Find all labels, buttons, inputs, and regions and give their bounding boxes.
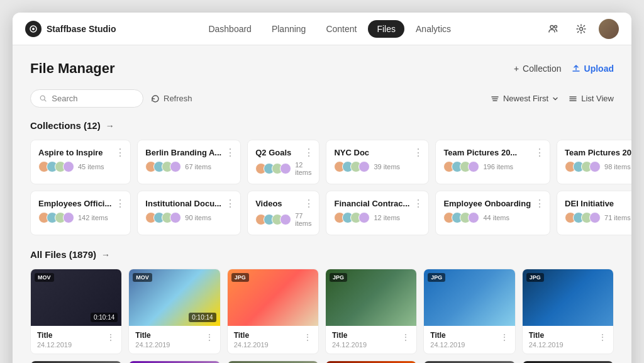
avatar-stack	[334, 212, 370, 223]
collections-title: Collections (12)	[30, 120, 101, 131]
navbar: Staffbase Studio Dashboard Planning Cont…	[13, 13, 631, 45]
sort-button[interactable]: Newest First	[491, 94, 558, 103]
nav-files[interactable]: Files	[368, 20, 404, 38]
avatar-mini	[280, 214, 291, 225]
collection-count: 12 items	[374, 214, 400, 221]
file-card[interactable]: MOV 0:10:14 Title 24.12.2019 ⋮	[30, 269, 122, 354]
refresh-button[interactable]: Refresh	[151, 94, 192, 103]
collection-card[interactable]: Videos 77 items ⋮	[247, 191, 319, 235]
collection-name: DEI Initiative	[565, 199, 631, 208]
nav-links: Dashboard Planning Content Files Analyti…	[199, 20, 460, 38]
file-date: 24.12.2019	[529, 341, 564, 349]
search-box[interactable]	[30, 89, 143, 108]
collection-card[interactable]: NYC Doc 39 items ⋮	[326, 140, 429, 184]
collection-menu-button[interactable]: ⋮	[115, 147, 125, 159]
collection-menu-button[interactable]: ⋮	[304, 198, 314, 209]
collection-name: Berlin Branding A...	[145, 148, 233, 157]
nav-dashboard[interactable]: Dashboard	[199, 20, 260, 38]
upload-button[interactable]: Upload	[572, 64, 614, 74]
file-card[interactable]: JPG Title 24.12.2019 ⋮	[325, 360, 417, 363]
file-format-badge: JPG	[330, 273, 347, 282]
file-thumbnail: JPG	[523, 269, 613, 326]
file-card[interactable]: JPG Title 24.12.2019 ⋮	[227, 360, 319, 363]
collection-menu-button[interactable]: ⋮	[413, 147, 423, 159]
collection-meta: 98 items	[565, 161, 631, 172]
file-info: Title 24.12.2019 ⋮	[424, 326, 514, 354]
settings-icon[interactable]	[571, 19, 591, 39]
new-collection-button[interactable]: + Collection	[514, 64, 562, 74]
file-menu-button[interactable]: ⋮	[401, 332, 410, 342]
nav-content[interactable]: Content	[317, 20, 365, 38]
files-arrow[interactable]: →	[101, 250, 110, 260]
user-avatar[interactable]	[599, 19, 619, 39]
avatar-mini	[358, 161, 370, 172]
collection-meta: 142 items	[38, 212, 123, 223]
collection-card[interactable]: Team Pictures 20... 196 items ⋮	[435, 140, 550, 184]
collection-card[interactable]: Institutional Docu... 90 items ⋮	[137, 191, 241, 235]
collection-menu-button[interactable]: ⋮	[225, 147, 235, 159]
file-date: 24.12.2019	[37, 341, 72, 349]
nav-planning[interactable]: Planning	[263, 20, 315, 38]
collection-menu-button[interactable]: ⋮	[304, 147, 314, 159]
file-card[interactable]: MOV 0:10:14 Title 24.12.2019 ⋮	[128, 269, 220, 354]
collection-card[interactable]: Employees Offici... 142 items ⋮	[30, 191, 131, 235]
file-menu-button[interactable]: ⋮	[303, 332, 312, 342]
file-menu-button[interactable]: ⋮	[106, 332, 115, 342]
file-card[interactable]: JPG Title 24.12.2019 ⋮	[423, 360, 515, 363]
collection-menu-button[interactable]: ⋮	[535, 198, 545, 209]
sort-chevron-icon	[552, 96, 558, 102]
collection-meta: 44 items	[443, 212, 542, 223]
file-card[interactable]: JPG Title 24.12.2019 ⋮	[325, 269, 417, 354]
view-toggle-button[interactable]: List View	[569, 94, 614, 103]
svg-point-1	[32, 28, 35, 30]
logo[interactable]: Staffbase Studio	[25, 21, 116, 37]
collection-menu-button[interactable]: ⋮	[115, 198, 125, 209]
avatar-mini	[358, 212, 370, 223]
avatar-mini	[468, 161, 479, 172]
avatar-stack	[334, 161, 370, 172]
people-icon[interactable]	[543, 19, 564, 39]
list-view-icon	[569, 94, 577, 103]
file-menu-button[interactable]: ⋮	[598, 332, 607, 342]
avatar-mini	[170, 161, 181, 172]
collections-section-header: Collections (12) →	[30, 120, 614, 131]
collection-card[interactable]: Aspire to Inspire 45 items ⋮	[30, 140, 131, 184]
collection-card[interactable]: Team Pictures 20... 98 items ⋮	[557, 140, 631, 184]
collection-card[interactable]: Financial Contrac... 12 items ⋮	[326, 191, 429, 235]
collection-count: 142 items	[78, 214, 108, 221]
file-date: 24.12.2019	[332, 341, 367, 349]
collection-card[interactable]: Berlin Branding A... 67 items ⋮	[137, 140, 241, 184]
file-card[interactable]: MOV 0:10:14 Title 24.12.2019 ⋮	[128, 360, 220, 363]
file-menu-button[interactable]: ⋮	[500, 332, 509, 342]
collections-arrow[interactable]: →	[106, 121, 114, 131]
file-title: Title	[135, 331, 170, 340]
collection-menu-button[interactable]: ⋮	[535, 147, 545, 159]
collection-card[interactable]: Employee Onboarding 44 items ⋮	[435, 191, 550, 235]
search-input[interactable]	[52, 94, 134, 103]
nav-analytics[interactable]: Analytics	[407, 20, 460, 38]
refresh-icon	[151, 94, 160, 103]
file-date: 24.12.2019	[234, 341, 269, 349]
sort-icon	[491, 94, 499, 103]
avatar-stack	[255, 163, 291, 174]
collection-card[interactable]: DEI Initiative 71 items ⋮	[557, 191, 631, 235]
collection-menu-button[interactable]: ⋮	[413, 198, 423, 209]
file-card[interactable]: JPG Title 24.12.2019 ⋮	[522, 360, 614, 363]
file-date: 24.12.2019	[135, 341, 170, 349]
collection-count: 77 items	[295, 212, 311, 227]
file-duration: 0:10:14	[189, 313, 216, 322]
file-details: Title 24.12.2019	[37, 331, 72, 349]
file-card[interactable]: JPG Title 24.12.2019 ⋮	[423, 269, 515, 354]
svg-point-2	[550, 25, 553, 28]
collection-count: 196 items	[483, 163, 513, 170]
collection-card[interactable]: Q2 Goals 12 items ⋮	[247, 140, 319, 184]
file-card[interactable]: MOV 0:10:14 Title 24.12.2019 ⋮	[30, 360, 122, 363]
search-icon	[40, 94, 47, 103]
file-card[interactable]: JPG Title 24.12.2019 ⋮	[227, 269, 319, 354]
file-thumbnail: MOV 0:10:14	[129, 269, 219, 326]
collection-menu-button[interactable]: ⋮	[225, 198, 235, 209]
file-menu-button[interactable]: ⋮	[205, 332, 214, 342]
file-card[interactable]: JPG Title 24.12.2019 ⋮	[522, 269, 614, 354]
avatar-stack	[565, 212, 601, 223]
file-format-badge: JPG	[428, 273, 445, 282]
